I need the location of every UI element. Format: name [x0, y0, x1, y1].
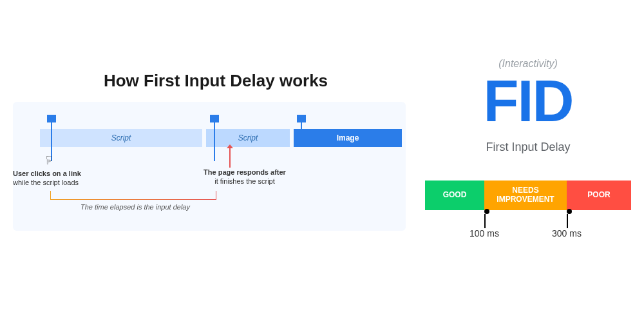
right-fullname: First Input Delay — [425, 141, 631, 154]
marker-stem — [214, 122, 215, 161]
threshold-scale: GOOD NEEDS IMPROVEMENT POOR — [425, 181, 631, 210]
funnel-icon — [297, 115, 306, 122]
caption-page-responds-title: The page responds after — [193, 168, 296, 177]
tick-line-icon — [484, 214, 486, 228]
scale-poor: POOR — [567, 181, 631, 210]
tick-dot-icon — [484, 209, 489, 214]
right-acronym: FID — [425, 72, 631, 130]
timeline-bar: Script Script Image — [40, 129, 407, 147]
scale-needs: NEEDS IMPROVEMENT — [484, 181, 567, 210]
funnel-icon — [210, 115, 219, 122]
marker-stem — [301, 122, 302, 137]
figure-canvas: How First Input Delay works Script Scrip… — [0, 0, 644, 332]
elapsed-bracket-icon — [50, 191, 216, 200]
caption-page-responds: The page responds after it finishes the … — [193, 168, 296, 186]
caption-page-responds-sub: it finishes the script — [214, 177, 275, 185]
tick-line-icon — [567, 214, 568, 228]
caption-user-click: User clicks on a link while the script l… — [13, 169, 109, 188]
caption-elapsed: The time elapsed is the input delay — [64, 202, 206, 211]
tick-label: 300 ms — [547, 228, 586, 239]
segment-script-2: Script — [206, 129, 290, 147]
cursor-click-icon: ☟ — [46, 153, 53, 168]
tick-label: 100 ms — [465, 228, 504, 239]
tick-dot-icon — [567, 209, 572, 214]
caption-user-click-title: User clicks on a link — [13, 169, 109, 178]
caption-user-click-sub: while the script loads — [13, 179, 79, 186]
response-arrow-icon — [229, 148, 231, 168]
segment-script-1: Script — [40, 129, 202, 147]
segment-image: Image — [294, 129, 402, 147]
scale-good: GOOD — [425, 181, 484, 210]
right-subtitle: (Interactivity) — [425, 58, 631, 70]
funnel-icon — [47, 115, 56, 122]
left-title: How First Input Delay works — [26, 71, 406, 91]
